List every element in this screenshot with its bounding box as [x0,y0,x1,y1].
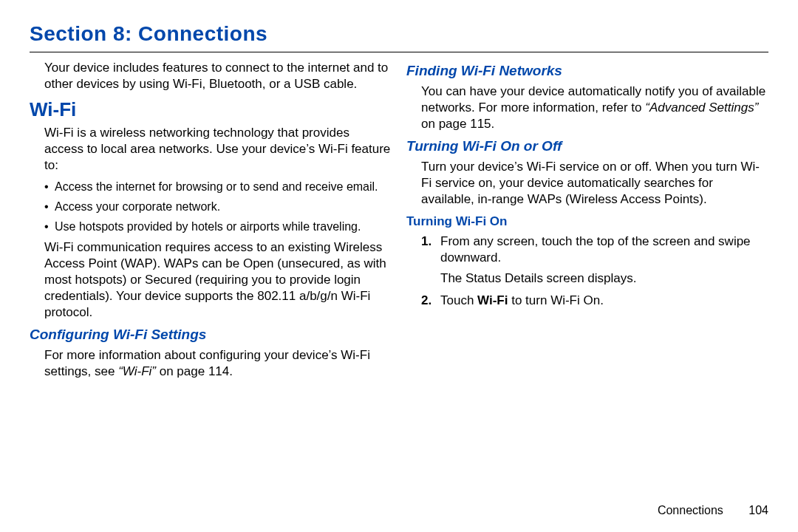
list-item: Access your corporate network. [44,200,392,215]
finding-networks-heading: Finding Wi-Fi Networks [406,63,768,79]
text-span: on page 115. [421,117,494,131]
wifi-feature-list: Access the internet for browsing or to s… [30,180,392,234]
step-subtext: The Status Details screen displays. [440,270,768,287]
text-span: to turn Wi-Fi On. [508,293,603,307]
list-item: Access the internet for browsing or to s… [44,180,392,195]
configuring-heading: Configuring Wi-Fi Settings [30,327,392,343]
bold-text: Wi-Fi [477,293,508,307]
step-text: From any screen, touch the top of the sc… [440,234,751,265]
text-span: Touch [440,293,477,307]
section-title: Section 8: Connections [30,22,768,46]
turning-onoff-heading: Turning Wi-Fi On or Off [406,138,768,154]
page-number: 104 [748,504,768,517]
two-column-layout: Your device includes features to connect… [30,60,768,386]
step-item: From any screen, touch the top of the sc… [421,233,768,287]
wifi-wap-paragraph: Wi-Fi communication requires access to a… [30,239,392,321]
footer-section-label: Connections [658,504,723,516]
title-rule [30,52,768,52]
right-column: Finding Wi-Fi Networks You can have your… [406,60,768,386]
list-item: Use hotspots provided by hotels or airpo… [44,219,392,235]
configuring-paragraph: For more information about configuring y… [30,347,392,380]
intro-paragraph: Your device includes features to connect… [30,60,392,92]
finding-networks-paragraph: You can have your device automatically n… [406,83,768,132]
step-item: Touch Wi-Fi to turn Wi-Fi On. [421,293,768,309]
reference-link: “Wi-Fi” [118,364,156,378]
left-column: Your device includes features to connect… [30,60,392,386]
reference-link: “Advanced Settings” [645,100,758,115]
steps-list: From any screen, touch the top of the sc… [406,233,768,309]
turning-onoff-paragraph: Turn your device’s Wi-Fi service on or o… [406,159,768,208]
page-footer: Connections 104 [658,504,768,517]
text-span: on page 114. [156,364,233,378]
turning-on-subheading: Turning Wi-Fi On [406,214,768,229]
wifi-heading: Wi-Fi [30,98,392,121]
wifi-description: Wi-Fi is a wireless networking technolog… [30,125,392,174]
